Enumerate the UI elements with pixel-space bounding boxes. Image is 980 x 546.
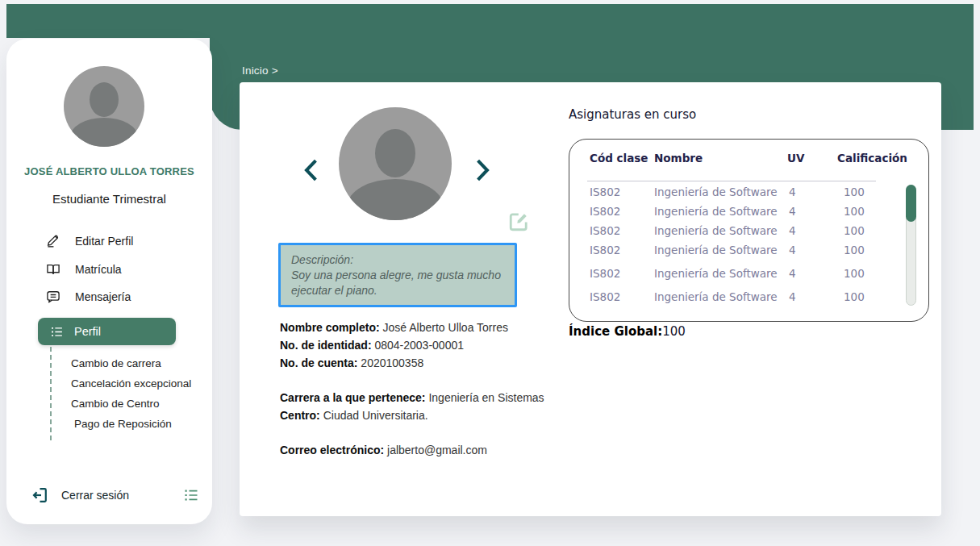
sidebar-item-editar-perfil[interactable]: Editar Perfil [45, 232, 133, 250]
info-carrera: Carrera a la que pertenece: Ingeniería e… [280, 389, 544, 406]
info-identidad: No. de identidad: 0804-2003-00001 [280, 336, 544, 354]
perfil-submenu: Cambio de carrera Cancelación excepciona… [50, 347, 191, 440]
submenu-item-cancelacion[interactable]: Cancelación excepcional [71, 377, 191, 390]
sidebar-item-label: Perfil [74, 325, 101, 338]
col-cod-clase: Cód clase [590, 152, 654, 165]
table-row: IS802Ingeniería de Software4100 [590, 202, 896, 221]
header-separator [587, 181, 876, 181]
profile-main-card: Descripción: Soy una persona alegre, me … [240, 82, 941, 516]
table-scrollbar-track[interactable] [906, 185, 916, 306]
courses-title: Asignaturas en curso [569, 107, 696, 122]
global-index-label: Índice Global: [569, 324, 662, 339]
pencil-icon [45, 233, 61, 249]
sidebar-item-label: Matrícula [75, 263, 122, 276]
breadcrumb[interactable]: Inicio > [242, 65, 278, 77]
chevron-left-icon[interactable] [301, 156, 322, 184]
courses-table-header: Cód clase Nombre UV Calificación [590, 152, 896, 165]
logout-row: Cerrar sesión [31, 484, 199, 506]
table-row: IS802Ingeniería de Software4100 [590, 240, 896, 260]
global-index: Índice Global:100 [569, 324, 686, 339]
sidebar-item-label: Editar Perfil [75, 235, 133, 248]
sidebar-item-perfil-active[interactable]: Perfil [38, 318, 176, 345]
col-calificacion: Calificación [837, 152, 907, 165]
submenu-item-cambio-carrera[interactable]: Cambio de carrera [71, 357, 191, 369]
courses-rows: IS802Ingeniería de Software4100 IS802Ing… [590, 182, 896, 306]
table-scrollbar-thumb[interactable] [906, 185, 916, 222]
edit-photo-icon[interactable] [508, 211, 529, 232]
personal-info: Nombre completo: José Alberto Ulloa Torr… [280, 319, 544, 459]
description-body: Soy una persona alegre, me gusta mucho e… [291, 269, 501, 297]
table-row: IS802Ingeniería de Software4100 [590, 182, 896, 202]
list-icon [50, 325, 64, 339]
table-row: IS802Ingeniería de Software4100 [590, 287, 896, 306]
chevron-right-icon[interactable] [472, 156, 493, 184]
col-nombre: Nombre [654, 152, 787, 165]
sidebar-item-mensajeria[interactable]: Mensajería [45, 288, 131, 306]
info-cuenta: No. de cuenta: 2020100358 [280, 354, 544, 372]
student-portal-page: { "header": { "breadcrumb": "Inicio >" }… [0, 0, 980, 546]
info-correo: Correo electrónico: jalberto@gmail.com [280, 441, 544, 459]
table-row: IS802Ingeniería de Software4100 [590, 221, 896, 240]
courses-table: Cód clase Nombre UV Calificación IS802In… [569, 139, 929, 322]
sidebar-item-matricula[interactable]: Matrícula [45, 260, 122, 278]
global-index-value: 100 [662, 324, 686, 339]
table-row: IS802Ingeniería de Software4100 [590, 264, 896, 283]
submenu-item-cambio-centro[interactable]: Cambio de Centro [71, 398, 191, 410]
list-toggle-icon[interactable] [183, 487, 199, 503]
book-icon [45, 261, 61, 277]
info-nombre-completo: Nombre completo: José Alberto Ulloa Torr… [280, 319, 544, 336]
col-uv: UV [787, 152, 837, 165]
sidebar-item-label: Mensajería [75, 290, 131, 303]
description-box[interactable]: Descripción: Soy una persona alegre, me … [278, 243, 517, 307]
student-name: JOSÉ ALBERTO ULLOA TORRES [6, 165, 212, 177]
message-icon [45, 289, 61, 305]
sidebar-avatar [64, 66, 144, 147]
logout-label[interactable]: Cerrar sesión [61, 489, 129, 502]
logout-icon[interactable] [31, 486, 50, 505]
submenu-item-pago-reposicion[interactable]: Pago de Reposición [71, 418, 191, 430]
sidebar: JOSÉ ALBERTO ULLOA TORRES Estudiante Tri… [6, 39, 212, 524]
student-role: Estudiante Trimestral [6, 192, 212, 206]
info-centro: Centro: Ciudad Universitaria. [280, 406, 544, 424]
description-title: Descripción: [291, 252, 504, 268]
profile-avatar [339, 107, 452, 220]
